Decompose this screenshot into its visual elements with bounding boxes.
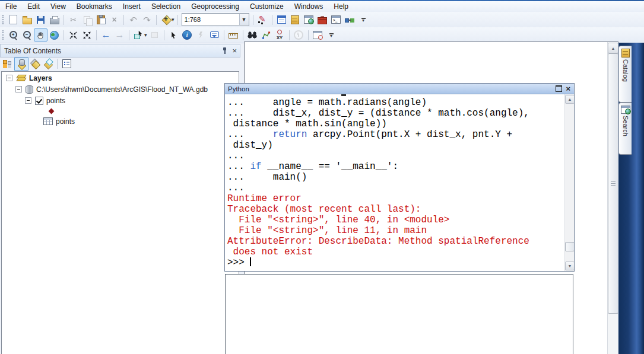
go-back-extent-button[interactable]: ← <box>99 28 113 42</box>
go-to-xy-button[interactable]: XY <box>273 28 287 42</box>
copy-button[interactable] <box>80 13 94 26</box>
modelbuilder-button[interactable] <box>343 13 357 26</box>
html-popup-button[interactable] <box>208 28 221 42</box>
console-line: File "<string>", line 40, in <module> <box>227 215 564 225</box>
zoom-in-button[interactable]: + <box>7 28 20 42</box>
paste-button[interactable] <box>94 13 107 26</box>
tree-row-symbol[interactable] <box>2 107 239 115</box>
layer-visibility-checkbox[interactable] <box>35 97 43 105</box>
console-line: ... <box>227 151 564 161</box>
list-by-source-button[interactable] <box>14 58 28 71</box>
python-window-button[interactable] <box>329 13 343 26</box>
open-button[interactable] <box>20 13 34 26</box>
time-slider-button[interactable] <box>292 28 306 42</box>
menu-windows[interactable]: Windows <box>289 2 329 11</box>
python-window-titlebar[interactable]: Python × <box>225 84 574 94</box>
points-layer-label[interactable]: points <box>46 97 65 105</box>
console-vertical-scrollbar[interactable]: ▲ ▼ <box>564 94 574 271</box>
toc-title: Table Of Contents <box>1 47 221 55</box>
time-slider-clock-icon <box>294 30 303 40</box>
scroll-up-arrow[interactable]: ▲ <box>565 95 574 104</box>
tree-row-points-table[interactable]: points <box>2 116 239 126</box>
menu-insert[interactable]: Insert <box>118 2 146 11</box>
table-options-button[interactable] <box>275 13 288 26</box>
edit-vertices-button[interactable] <box>256 13 269 26</box>
toc-toolbar <box>0 57 242 71</box>
zoom-out-button[interactable]: − <box>20 28 34 42</box>
menu-geoprocessing[interactable]: Geoprocessing <box>186 2 245 11</box>
toolbar-overflow-button[interactable] <box>357 13 370 26</box>
menu-customize[interactable]: Customize <box>245 2 289 11</box>
toc-close-icon[interactable]: × <box>232 47 237 55</box>
print-button[interactable] <box>47 13 61 26</box>
toc-options-button[interactable] <box>60 58 73 70</box>
tree-row-gdb[interactable]: C:\Users\ihwm\Documents\ArcGIS\Flood_NT_… <box>2 84 239 94</box>
save-button[interactable] <box>34 13 47 26</box>
standard-toolbar: ✂ × ↶ ↷ ▾ 1:768 ▼ <box>0 12 644 28</box>
identify-button[interactable]: i <box>180 28 194 42</box>
python-window: Python × ... angle = math.radians(angle)… <box>224 83 575 272</box>
fixed-zoom-in-button[interactable] <box>66 28 80 42</box>
viewer-window-button[interactable] <box>311 28 325 42</box>
menu-edit[interactable]: Edit <box>22 2 45 11</box>
add-data-button[interactable] <box>159 13 173 26</box>
scrollbar-thumb[interactable] <box>565 242 574 251</box>
pan-button[interactable] <box>34 28 47 42</box>
undo-button[interactable]: ↶ <box>126 13 140 26</box>
map-vertical-scrollbar[interactable]: ▲ <box>607 42 618 354</box>
full-extent-button[interactable] <box>47 28 61 42</box>
clear-selection-button[interactable] <box>148 28 161 42</box>
layers-label[interactable]: Layers <box>29 74 52 82</box>
measure-button[interactable] <box>227 28 240 42</box>
select-features-button[interactable] <box>132 28 145 42</box>
console-line: ... angle = math.radians(angle) <box>227 97 564 108</box>
collapse-expander-icon[interactable] <box>25 97 31 104</box>
menu-bookmarks[interactable]: Bookmarks <box>71 2 118 11</box>
table-icon <box>43 117 53 125</box>
delete-button[interactable]: × <box>107 13 121 26</box>
scale-dropdown-arrow[interactable]: ▼ <box>239 14 249 25</box>
menu-help[interactable]: Help <box>328 2 354 11</box>
scroll-up-arrow[interactable]: ▲ <box>608 43 618 53</box>
cut-button[interactable]: ✂ <box>66 13 80 26</box>
menu-selection[interactable]: Selection <box>146 2 186 11</box>
toolbar-grip[interactable] <box>2 30 4 40</box>
go-forward-extent-button[interactable]: → <box>113 28 126 42</box>
collapse-expander-icon[interactable] <box>15 86 22 93</box>
menu-view[interactable]: View <box>45 2 71 11</box>
arccatalog-button[interactable] <box>288 13 302 26</box>
close-icon[interactable]: × <box>566 85 570 93</box>
undo-icon: ↶ <box>129 15 137 24</box>
list-by-selection-button[interactable] <box>42 58 55 70</box>
gdb-path-label[interactable]: C:\Users\ihwm\Documents\ArcGIS\Flood_NT_… <box>36 85 208 94</box>
pin-icon[interactable] <box>221 47 229 55</box>
new-document-button[interactable] <box>7 13 20 26</box>
tree-row-points-layer[interactable]: points <box>2 95 239 106</box>
hyperlink-button[interactable] <box>194 28 208 42</box>
select-elements-button[interactable] <box>167 28 180 42</box>
arctoolbox-button[interactable] <box>316 13 329 26</box>
menu-file[interactable]: File <box>0 2 22 11</box>
collapse-expander-icon[interactable] <box>6 75 12 81</box>
map-scale-combo[interactable]: 1:768 ▼ <box>182 13 249 26</box>
scroll-down-arrow[interactable]: ▼ <box>565 261 574 270</box>
python-console[interactable]: ... angle = math.radians(angle)... dist_… <box>225 94 574 271</box>
toolbar-grip[interactable] <box>2 15 4 24</box>
maximize-icon[interactable] <box>556 85 562 92</box>
find-button[interactable] <box>246 28 259 42</box>
fixed-zoom-out-button[interactable] <box>80 28 94 42</box>
console-line: does not exist <box>227 247 564 257</box>
toolbar-overflow-button[interactable] <box>325 28 338 42</box>
search-tab[interactable]: Search <box>618 103 632 155</box>
points-table-label[interactable]: points <box>56 117 75 126</box>
list-by-visibility-button[interactable] <box>28 58 42 70</box>
point-symbol-swatch[interactable] <box>49 108 55 114</box>
tree-row-layers[interactable]: Layers <box>2 73 239 83</box>
scrollbar-thumb[interactable] <box>608 53 618 314</box>
find-route-button[interactable] <box>259 28 273 42</box>
toolbar-separator <box>272 15 272 25</box>
catalog-window-button[interactable] <box>302 13 316 26</box>
redo-button[interactable]: ↷ <box>140 13 154 26</box>
catalog-tab[interactable]: Catalog <box>618 46 632 103</box>
list-by-drawing-order-button[interactable] <box>1 58 14 70</box>
